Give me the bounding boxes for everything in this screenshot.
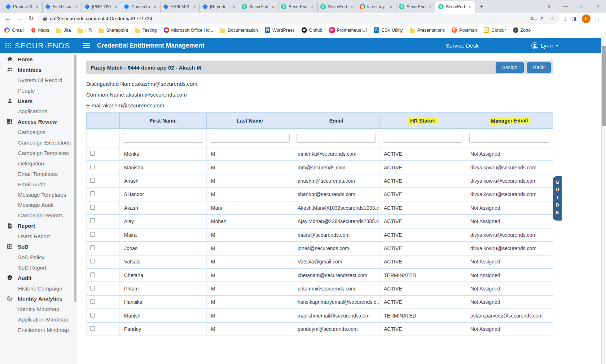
browser-tab[interactable]: AR/ILM S xyxy=(160,1,199,13)
row-checkbox[interactable] xyxy=(90,245,95,250)
sidebar-item-home[interactable]: Home xyxy=(0,54,77,65)
new-tab-button[interactable]: + xyxy=(477,2,486,12)
sidebar-item-audit[interactable]: Audit xyxy=(0,273,77,283)
sidebar-item-historic-campaign[interactable]: Historic Campaign xyxy=(0,283,77,294)
tab-close-icon[interactable] xyxy=(231,4,236,9)
bookmark-item[interactable]: Concur xyxy=(484,27,506,33)
sidebar-item-sod-policy[interactable]: SoD Policy xyxy=(0,252,77,262)
sidebar-item-access-review[interactable]: Access Review xyxy=(0,116,77,127)
bookmark-item[interactable]: HR xyxy=(78,28,92,33)
tab-close-icon[interactable] xyxy=(35,4,40,9)
sidebar-item-entitlement-mindmap[interactable]: Entitlement Mindmap xyxy=(0,325,77,335)
tab-close-icon[interactable] xyxy=(467,4,472,9)
sidebar-item-identity-analytics[interactable]: Identity Analytics xyxy=(0,293,77,304)
sidebar-item-delegation[interactable]: Delegation xyxy=(0,158,77,169)
filter-manager-email-input[interactable] xyxy=(469,133,549,143)
back-icon[interactable]: ← xyxy=(4,15,12,22)
bookmark-item[interactable]: Presentations xyxy=(410,28,445,33)
tab-close-icon[interactable] xyxy=(74,4,79,9)
column-header-email[interactable]: Email xyxy=(293,113,379,129)
reload-icon[interactable]: ↻ xyxy=(27,15,35,22)
row-checkbox[interactable] xyxy=(90,232,95,237)
row-checkbox[interactable] xyxy=(90,259,95,263)
row-checkbox[interactable] xyxy=(90,165,95,169)
browser-tab[interactable]: [PHE-780 xyxy=(82,1,121,13)
browser-tab[interactable]: SecurEnd xyxy=(239,1,278,13)
browser-tab[interactable]: Product S xyxy=(3,1,42,13)
browser-tab[interactable]: SecurEnd xyxy=(435,1,475,13)
tab-close-icon[interactable] xyxy=(349,4,354,9)
sidebar-item-message-audit[interactable]: Message Audit xyxy=(0,200,77,210)
url-text[interactable]: qa23.securends.com/matchCredential/17717… xyxy=(50,16,152,21)
sidebar-item-applications[interactable]: Applications xyxy=(0,106,77,116)
forward-icon[interactable]: → xyxy=(15,15,24,22)
browser-tab[interactable]: SecurEnd xyxy=(396,1,435,13)
reading-list-icon[interactable]: ◨ xyxy=(572,15,577,22)
bookmark-item[interactable]: WordPress xyxy=(265,27,295,33)
service-desk-link[interactable]: Service Desk xyxy=(446,43,479,49)
downloads-icon[interactable]: ↓ xyxy=(564,16,567,21)
window-close-button[interactable]: × xyxy=(590,4,606,9)
row-checkbox[interactable] xyxy=(90,286,95,290)
profile-avatar[interactable]: L xyxy=(582,14,590,23)
bookmark-item[interactable]: Microsoft Office Ho... xyxy=(164,27,213,33)
row-checkbox[interactable] xyxy=(90,218,95,223)
browser-tab[interactable]: SecurEnd xyxy=(278,1,317,13)
row-checkbox[interactable] xyxy=(90,313,95,318)
sidebar-scrollbar[interactable] xyxy=(74,55,76,302)
row-checkbox[interactable] xyxy=(90,205,95,210)
assign-button[interactable]: Assign xyxy=(496,62,524,73)
menu-dots-icon[interactable]: ⋮ xyxy=(596,15,601,22)
tab-close-icon[interactable] xyxy=(310,4,315,9)
row-checkbox[interactable] xyxy=(90,299,95,304)
sidebar-item-sod-report[interactable]: SoD Report xyxy=(0,262,77,273)
bookmark-item[interactable]: Maps xyxy=(31,27,49,33)
address-bar[interactable]: qa23.securends.com/matchCredential/17717… xyxy=(38,14,559,24)
tab-close-icon[interactable] xyxy=(192,4,197,9)
tab-close-icon[interactable] xyxy=(428,4,433,9)
column-header-first-name[interactable]: First Name xyxy=(120,113,207,129)
hamburger-menu-icon[interactable] xyxy=(83,45,90,46)
bookmark-item[interactable]: Zoho xyxy=(513,27,531,33)
filter-hr-status-input[interactable] xyxy=(383,133,462,143)
sidebar-item-system-of-record[interactable]: System Of Record xyxy=(0,75,77,85)
bookmark-star-icon[interactable]: ☆ xyxy=(550,15,554,22)
sidebar-item-message-templates[interactable]: Message Templates xyxy=(0,190,77,200)
guide-tab[interactable]: GUIDE xyxy=(553,176,562,221)
bookmark-item[interactable]: Gmail xyxy=(4,27,24,33)
tab-close-icon[interactable] xyxy=(153,4,158,9)
sidebar-item-people[interactable]: People xyxy=(0,85,77,96)
browser-tab[interactable]: Field Issu xyxy=(42,1,82,13)
page-scrollbar-thumb[interactable] xyxy=(602,46,606,126)
sidebar-item-identities[interactable]: Identities xyxy=(0,65,77,75)
browser-tab[interactable]: [Reporte xyxy=(199,1,239,13)
sidebar-item-users[interactable]: Users xyxy=(0,96,77,106)
maximize-button[interactable]: □ xyxy=(574,4,590,9)
sidebar-item-email-audit[interactable]: Email Audit xyxy=(0,179,77,190)
row-checkbox[interactable] xyxy=(90,191,95,196)
bookmark-item[interactable]: Testing xyxy=(135,28,157,33)
sidebar-item-email-templates[interactable]: Email Templates xyxy=(0,169,77,179)
column-header-last-name[interactable]: Last Name xyxy=(207,113,293,129)
row-checkbox[interactable] xyxy=(90,272,95,277)
sidebar-item-campaign-exceptions[interactable]: Campaign Exceptions xyxy=(0,137,77,148)
bookmark-item[interactable]: Github xyxy=(302,27,322,33)
sidebar-item-sod[interactable]: SoD xyxy=(0,241,77,252)
apps-grid-icon[interactable] xyxy=(5,43,11,48)
browser-tab[interactable]: Connecto xyxy=(121,1,160,13)
page-scrollbar[interactable] xyxy=(601,36,606,364)
sidebar-item-campaign-templates[interactable]: Campaign Templates xyxy=(0,148,77,158)
user-menu[interactable]: Lynn ▼ xyxy=(531,42,559,49)
back-button[interactable]: Back xyxy=(527,62,551,73)
row-checkbox[interactable] xyxy=(90,326,95,331)
password-key-icon[interactable] xyxy=(531,17,533,20)
minimize-button[interactable]: — xyxy=(557,4,574,9)
tab-close-icon[interactable] xyxy=(113,4,118,9)
bookmark-item[interactable]: Prometheus UI xyxy=(329,27,367,33)
sidebar-item-campaign-reports[interactable]: Campaign Reports xyxy=(0,210,77,221)
bookmark-item[interactable]: Documentation xyxy=(220,28,258,33)
tab-search-icon[interactable]: ∨ xyxy=(541,4,557,9)
share-icon[interactable]: ↗ xyxy=(539,15,544,22)
sidebar-item-report[interactable]: Report xyxy=(0,221,77,231)
bookmark-item[interactable]: Postman xyxy=(452,27,477,33)
